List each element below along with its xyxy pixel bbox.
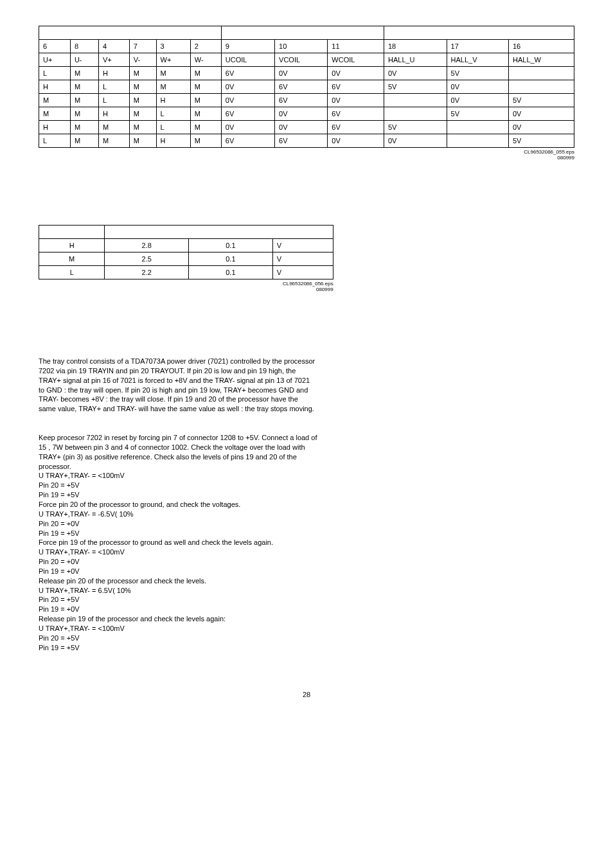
table-row: L2.20.1V [39,266,333,279]
table-cell: M [156,80,190,94]
procedure-line: Keep procesor 7202 in reset by forcing p… [39,434,317,470]
table2-caption-2: 080999 [316,287,333,292]
label-hall-w: HALL_W [508,53,574,67]
test-procedure-paragraph: Keep procesor 7202 in reset by forcing p… [39,433,317,652]
table-cell [384,107,447,121]
label-w-minus: W- [190,53,221,67]
table-cell: 0V [275,67,328,80]
table-cell: H [98,67,129,80]
table-cell: M [39,94,71,107]
table-cell: 2.2 [105,266,189,279]
table-cell: L [98,80,129,94]
table-cell: M [98,134,129,148]
table-cell: 6V [328,121,384,134]
table-cell: L [39,67,71,80]
table-cell: 0V [508,107,574,121]
table-cell: 6V [275,80,328,94]
label-vcoil: VCOIL [275,53,328,67]
table-cell: H [39,239,105,252]
table-cell: 5V [447,107,508,121]
col-9: 9 [221,40,274,53]
procedure-line: Pin 20 = +5V [39,481,80,489]
table-cell: M [70,67,98,80]
col-11: 11 [328,40,384,53]
table-cell: M [39,107,71,121]
table-cell: M [129,107,156,121]
table-cell: 6V [221,107,274,121]
table-cell: 5V [384,80,447,94]
procedure-line: Force pin 20 of the processor to ground,… [39,500,240,508]
label-w-plus: W+ [156,53,190,67]
table-cell: 0V [508,121,574,134]
table-cell: M [70,121,98,134]
procedure-line: Release pin 20 of the processor and chec… [39,577,206,585]
col-18: 18 [384,40,447,53]
table-cell: M [190,134,221,148]
procedure-line: U TRAY+,TRAY- = <100mV [39,472,125,479]
table-cell: L [39,134,71,148]
voltage-level-table: H2.80.1VM2.50.1VL2.20.1V [39,225,333,279]
table1-caption-1: CL96532086_055.eps [524,149,574,155]
table-cell: 0.1 [189,266,273,279]
table-cell: M [129,80,156,94]
blank-row-2 [39,226,333,239]
table-cell: 5V [447,67,508,80]
table2-caption: CL96532086_056.eps 080999 [39,281,333,292]
label-u-plus: U+ [39,53,71,67]
procedure-line: Pin 20 = +5V [39,596,80,603]
table-cell: H [156,134,190,148]
col-16: 16 [508,40,574,53]
table-row: M2.50.1V [39,252,333,266]
table-cell: 0V [221,80,274,94]
label-u-minus: U- [70,53,98,67]
table-cell: M [98,121,129,134]
label-hall-v: HALL_V [447,53,508,67]
table-cell: M [129,134,156,148]
col-4: 4 [98,40,129,53]
procedure-line: Force pin 19 of the processor to ground … [39,538,273,546]
procedure-line: Pin 19 = +0V [39,605,80,613]
procedure-line: U TRAY+,TRAY- = 6.5V( 10% [39,587,131,594]
table-cell [508,67,574,80]
table-cell: H [39,80,71,94]
procedure-line: Pin 19 = +0V [39,567,80,575]
table-cell: 0V [275,121,328,134]
procedure-line: Release pin 19 of the processor and chec… [39,615,226,623]
table-cell: H [156,94,190,107]
hall-sensor-table: 6 8 4 7 3 2 9 10 11 18 17 16 U+ U- V+ V-… [39,26,574,148]
table-row: HMLMMM0V6V6V5V0V [39,80,574,94]
procedure-line: Pin 20 = +5V [39,634,80,642]
table-cell: 6V [275,134,328,148]
table-cell: 0V [328,134,384,148]
table-cell [447,134,508,148]
label-row: U+ U- V+ V- W+ W- UCOIL VCOIL WCOIL HALL… [39,53,574,67]
table1-caption-2: 080999 [557,155,574,161]
tray-control-paragraph: The tray control consists of a TDA7073A … [39,357,317,414]
col-10: 10 [275,40,328,53]
table-cell: 0V [328,67,384,80]
table-cell: 6V [221,67,274,80]
table-cell: M [190,67,221,80]
table-cell: 6V [328,80,384,94]
col-3: 3 [156,40,190,53]
table-cell: M [70,94,98,107]
procedure-line: U TRAY+,TRAY- = -6.5V( 10% [39,510,134,518]
table-cell: 2.8 [105,239,189,252]
table-cell: M [156,67,190,80]
table-cell: 0V [221,121,274,134]
table1-caption: CL96532086_055.eps 080999 [39,149,574,161]
label-v-plus: V+ [98,53,129,67]
table-cell: M [190,80,221,94]
table-cell: M [129,67,156,80]
table-cell: 6V [221,134,274,148]
label-hall-u: HALL_U [384,53,447,67]
procedure-line: U TRAY+,TRAY- = <100mV [39,548,125,556]
table-row: LMMMHM6V6V0V0V5V [39,134,574,148]
header-row: 6 8 4 7 3 2 9 10 11 18 17 16 [39,40,574,53]
table-cell: M [190,94,221,107]
table-cell: M [129,94,156,107]
table-cell: 0V [384,134,447,148]
table-cell: 0V [221,94,274,107]
table-cell: 6V [328,107,384,121]
procedure-line: Pin 19 = +5V [39,491,80,499]
